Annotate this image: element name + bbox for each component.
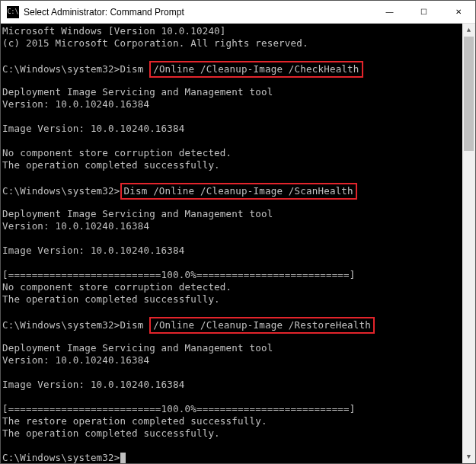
output-line: Image Version: 10.0.10240.16384 [2, 245, 462, 257]
output-line [2, 366, 462, 379]
cmd-icon: C:\ [7, 6, 19, 18]
prompt-line: C:\Windows\system32>Dism /Online /Cleanu… [2, 184, 462, 196]
output-line: The operation completed successfully. [2, 159, 462, 171]
prompt-text: C:\Windows\system32> [2, 452, 120, 463]
output-line: [==========================100.0%=======… [2, 269, 462, 281]
window-controls: — ☐ ✕ [372, 1, 475, 23]
prompt-text: C:\Windows\system32>Dism [2, 319, 149, 331]
prompt-line: C:\Windows\system32>Dism /Online /Cleanu… [2, 62, 462, 74]
highlighted-command: Dism /Online /Cleanup-Image /ScanHealth [120, 183, 357, 200]
output-line: [==========================100.0%=======… [2, 403, 462, 415]
output-line: Image Version: 10.0.10240.16384 [2, 123, 462, 135]
output-line [2, 306, 462, 318]
output-line [2, 391, 462, 403]
output-line: Version: 10.0.10240.16384 [2, 220, 462, 232]
output-line: Version: 10.0.10240.16384 [2, 98, 462, 110]
output-line: Image Version: 10.0.10240.16384 [2, 379, 462, 391]
output-line: Microsoft Windows [Version 10.0.10240] [2, 25, 462, 37]
output-line [2, 110, 462, 123]
output-line [2, 50, 462, 62]
prompt-text: C:\Windows\system32>Dism [2, 63, 149, 75]
terminal-output[interactable]: Microsoft Windows [Version 10.0.10240](c… [1, 24, 462, 463]
output-line: Version: 10.0.10240.16384 [2, 354, 462, 366]
output-line: The operation completed successfully. [2, 427, 462, 440]
output-line [2, 232, 462, 245]
prompt-line: C:\Windows\system32>Dism /Online /Cleanu… [2, 318, 462, 330]
window-title: Select Administrator: Command Prompt [24, 7, 372, 18]
scrollbar-track[interactable] [462, 37, 475, 450]
output-line: The restore operation completed successf… [2, 415, 462, 427]
scroll-up-arrow-icon[interactable]: ▲ [462, 24, 475, 37]
command-prompt-window: C:\ Select Administrator: Command Prompt… [0, 0, 476, 464]
output-line [2, 171, 462, 184]
titlebar[interactable]: C:\ Select Administrator: Command Prompt… [1, 1, 475, 24]
highlighted-command: /Online /Cleanup-Image /CheckHealth [149, 61, 363, 78]
cursor [120, 453, 126, 463]
output-line [2, 440, 462, 452]
scrollbar-thumb[interactable] [464, 37, 474, 151]
prompt-text: C:\Windows\system32> [2, 185, 120, 197]
highlighted-command: /Online /Cleanup-Image /RestoreHealth [149, 317, 375, 334]
output-line: Deployment Image Servicing and Managemen… [2, 342, 462, 354]
output-line [2, 257, 462, 269]
output-line: (c) 2015 Microsoft Corporation. All righ… [2, 37, 462, 50]
output-line: The operation completed successfully. [2, 293, 462, 306]
vertical-scrollbar[interactable]: ▲ ▼ [462, 24, 475, 463]
output-line: Deployment Image Servicing and Managemen… [2, 208, 462, 220]
terminal-content-area: Microsoft Windows [Version 10.0.10240](c… [1, 24, 475, 463]
scroll-down-arrow-icon[interactable]: ▼ [462, 450, 475, 463]
prompt-line: C:\Windows\system32> [2, 452, 462, 463]
output-line [2, 135, 462, 147]
minimize-button[interactable]: — [372, 1, 407, 23]
output-line: No component store corruption detected. [2, 147, 462, 159]
close-button[interactable]: ✕ [441, 1, 475, 23]
maximize-button[interactable]: ☐ [407, 1, 441, 23]
output-line: No component store corruption detected. [2, 281, 462, 293]
output-line: Deployment Image Servicing and Managemen… [2, 86, 462, 98]
